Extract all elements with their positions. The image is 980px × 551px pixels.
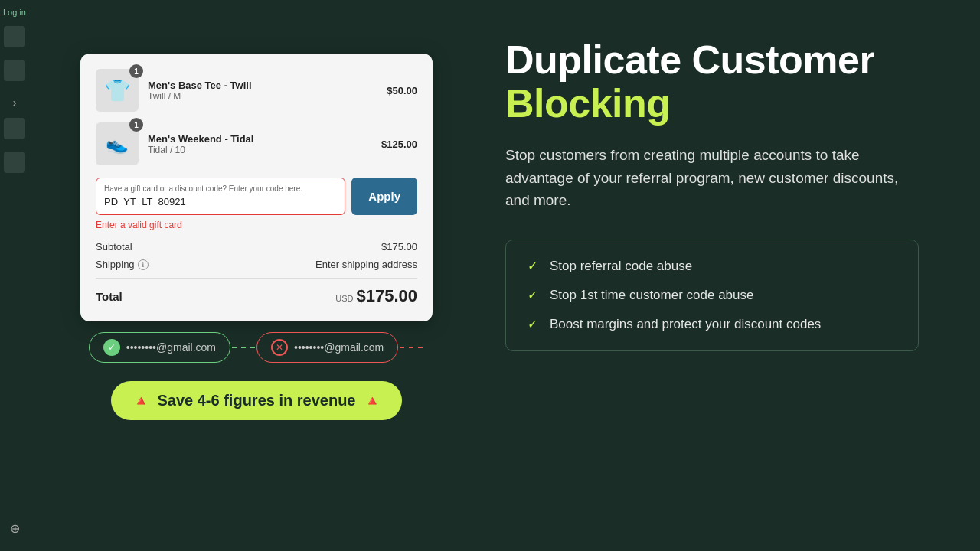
shipping-label: Shipping ℹ [96,259,149,270]
cta-icon-left: 🔺 [132,393,149,409]
apply-button[interactable]: Apply [351,178,417,215]
divider [96,278,417,279]
subtotal-line: Subtotal $175.00 [96,241,417,253]
check-icon-3: ✓ [528,317,537,331]
description-text: Stop customers from creating multiple ac… [505,144,919,211]
sidebar-btn-3 [4,118,25,139]
subtotal-value: $175.00 [381,241,417,253]
sidebar-btn-2 [4,60,25,81]
product-variant-1: Twill / M [148,91,377,102]
discount-placeholder: Have a gift card or a discount code? Ent… [104,184,337,193]
product-name-2: Men's Weekend - Tidal [148,133,372,145]
total-amount: $175.00 [356,286,417,306]
feature-item-3: ✓ Boost margins and protect your discoun… [528,317,897,332]
total-line: Total USD $175.00 [96,286,417,306]
email-pill-invalid: ✕ ••••••••@gmail.com [256,332,398,363]
cta-label: Save 4-6 figures in revenue [157,392,355,409]
product-image-wrap-1: 👕 1 [96,69,139,112]
product-image-wrap-2: 👟 1 [96,122,139,165]
search-icon[interactable]: ⊕ [10,521,20,536]
headline-line2: Blocking [505,82,942,126]
check-icon-2: ✓ [528,288,537,302]
chevron-down-icon: › [13,96,17,109]
feature-item-2: ✓ Stop 1st time customer code abuse [528,288,897,303]
total-label: Total [96,290,122,303]
sidebar-btn-1 [4,26,25,47]
cta-icon-right: 🔺 [364,393,381,409]
info-icon[interactable]: ℹ [138,259,149,270]
product-variant-2: Tidal / 10 [148,145,372,155]
right-panel: Duplicate Customer Blocking Stop custome… [475,0,980,551]
email-text-2: ••••••••@gmail.com [294,341,384,354]
total-value: USD $175.00 [335,286,417,306]
subtotal-label: Subtotal [96,241,132,253]
sidebar-btn-4 [4,152,25,173]
shipping-value: Enter shipping address [315,259,417,270]
dashed-connector [232,347,255,348]
feature-text-2: Stop 1st time customer code abuse [550,288,753,303]
check-icon-valid: ✓ [103,339,120,356]
product-item-1: 👕 1 Men's Base Tee - Twill Twill / M $50… [96,69,417,112]
cta-button[interactable]: 🔺 Save 4-6 figures in revenue 🔺 [111,381,401,420]
feature-text-1: Stop referral code abuse [550,259,692,274]
product-badge-1: 1 [129,64,143,78]
email-pill-valid: ✓ ••••••••@gmail.com [89,332,230,363]
product-info-2: Men's Weekend - Tidal Tidal / 10 [148,133,372,155]
sidebar: Log in › ⊕ [0,0,29,551]
email-flow: ✓ ••••••••@gmail.com ✕ ••••••••@gmail.co… [89,332,424,363]
headline-line1: Duplicate Customer [505,38,942,82]
feature-text-3: Boost margins and protect your discount … [550,317,821,332]
total-currency: USD [335,294,353,303]
features-box: ✓ Stop referral code abuse ✓ Stop 1st ti… [505,240,919,351]
checkout-card: 👕 1 Men's Base Tee - Twill Twill / M $50… [80,54,433,321]
product-info-1: Men's Base Tee - Twill Twill / M [148,80,377,102]
discount-error: Enter a valid gift card [96,220,417,230]
login-link[interactable]: Log in [3,8,26,17]
product-price-1: $50.00 [387,85,417,96]
discount-value: PD_YT_LT_80921 [104,196,186,207]
check-icon-1: ✓ [528,259,537,273]
dashed-connector-red [400,347,423,348]
product-price-2: $125.00 [381,139,417,150]
shipping-line: Shipping ℹ Enter shipping address [96,259,417,270]
product-name-1: Men's Base Tee - Twill [148,80,377,91]
x-icon-invalid: ✕ [271,339,288,356]
product-badge-2: 1 [129,118,143,132]
left-panel: Log in › ⊕ 👕 1 Men's Base Tee - Twill Tw… [0,0,475,551]
email-text-1: ••••••••@gmail.com [126,341,216,354]
discount-input-wrap[interactable]: Have a gift card or a discount code? Ent… [96,178,345,215]
discount-area: Have a gift card or a discount code? Ent… [96,178,417,215]
product-item-2: 👟 1 Men's Weekend - Tidal Tidal / 10 $12… [96,122,417,165]
feature-item-1: ✓ Stop referral code abuse [528,259,897,274]
